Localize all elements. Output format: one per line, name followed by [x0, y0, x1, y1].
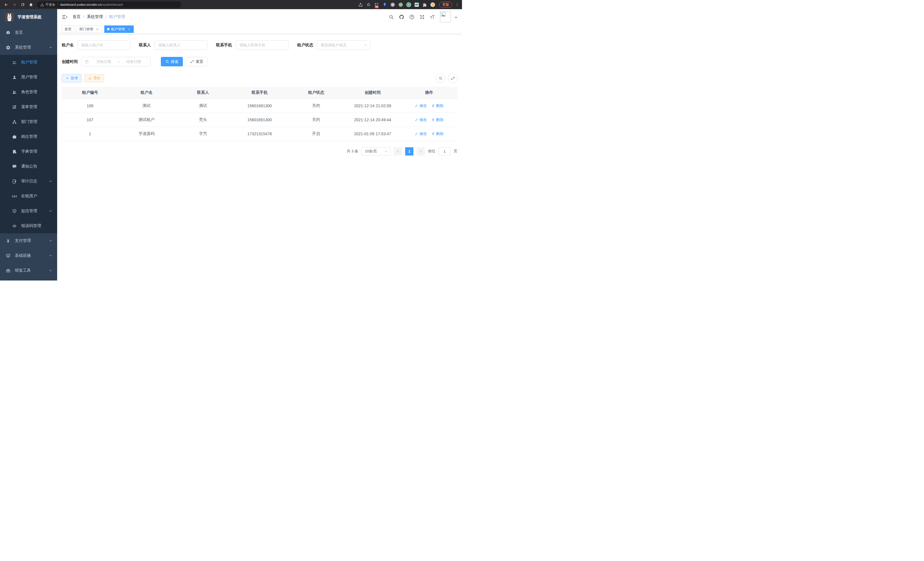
prev-page-button[interactable] — [394, 147, 402, 156]
contact-filter: 联系人 — [139, 40, 207, 50]
sidebar-item-user[interactable]: 用户管理 — [0, 70, 57, 85]
page-1-button[interactable]: 1 — [405, 147, 413, 156]
sidebar-item-tenant[interactable]: 租户管理 — [0, 55, 57, 70]
cell-id: 108 — [62, 99, 118, 113]
download-icon — [88, 76, 92, 80]
tab-label: 部门管理 — [80, 27, 93, 32]
status-label: 租户状态 — [297, 43, 313, 48]
help-icon[interactable] — [409, 14, 415, 20]
tenant-name-input[interactable] — [77, 40, 130, 50]
dashboard-icon — [6, 30, 10, 35]
browser-menu-kebab-icon[interactable] — [455, 2, 459, 7]
sidebar-item-infra[interactable]: 基础设施 — [0, 248, 57, 263]
chevron-down-icon — [364, 43, 368, 47]
delete-button[interactable]: 删除 — [431, 103, 443, 108]
cell-mobile: 17321315478 — [231, 127, 288, 141]
extension-emoji-icon[interactable] — [430, 2, 435, 7]
fullscreen-icon[interactable] — [419, 14, 425, 20]
sidebar-item-system[interactable]: 系统管理 — [0, 40, 57, 55]
page-suffix: 页 — [454, 149, 458, 154]
tab-tenant[interactable]: 租户管理 — [104, 26, 134, 33]
avatar-caret-down-icon[interactable] — [454, 17, 458, 20]
sidebar-item-home[interactable]: 首页 — [0, 25, 57, 40]
date-range-picker[interactable]: 开始日期 - 结束日期 — [81, 57, 151, 66]
close-icon[interactable] — [95, 27, 99, 31]
bookmark-star-icon[interactable] — [366, 2, 371, 7]
create-time-label: 创建时间 — [62, 59, 78, 64]
sidebar-item-error-code[interactable]: 错误码管理 — [0, 218, 57, 233]
browser-back-button[interactable] — [3, 2, 9, 8]
status-select[interactable]: 请选择租户状态 — [317, 40, 370, 50]
sidebar-item-role[interactable]: 角色管理 — [0, 85, 57, 99]
sidebar: 芋道管理系统 首页系统管理租户管理用户管理角色管理菜单管理部门管理岗位管理字典管… — [0, 9, 57, 281]
extension-command-icon[interactable]: ⌘ — [390, 2, 395, 7]
refresh-table-button[interactable] — [448, 74, 458, 83]
page-size-select[interactable]: 10条/页 — [362, 147, 391, 156]
tab-home[interactable]: 首页 — [62, 26, 74, 33]
breadcrumb: 首页/系统管理/租户管理 — [73, 14, 125, 20]
avatar[interactable] — [440, 11, 451, 22]
delete-button[interactable]: 删除 — [431, 131, 443, 136]
header-search-icon[interactable] — [388, 14, 394, 20]
refresh-icon — [190, 60, 194, 63]
cell-status: 开启 — [288, 127, 344, 141]
sidebar-item-online-user[interactable]: 在线用户 — [0, 189, 57, 204]
sidebar-toggle-hamburger-icon[interactable] — [62, 14, 68, 20]
close-icon[interactable] — [127, 27, 131, 31]
sidebar-item-notice[interactable]: 通知公告 — [0, 159, 57, 174]
browser-update-button[interactable]: 更新 — [439, 2, 452, 8]
reset-button[interactable]: 重置 — [186, 57, 208, 66]
breadcrumb-item-0[interactable]: 首页 — [73, 14, 81, 20]
reset-button-label: 重置 — [196, 59, 203, 64]
extension-chat-icon[interactable] — [414, 2, 419, 7]
sidebar-item-pay[interactable]: 支付管理 — [0, 233, 57, 248]
next-page-button[interactable] — [417, 147, 425, 156]
sidebar-item-dept[interactable]: 部门管理 — [0, 114, 57, 129]
mobile-input[interactable] — [236, 40, 289, 50]
extension-record-icon[interactable] — [398, 2, 403, 7]
tab-dept[interactable]: 部门管理 — [76, 26, 102, 33]
extension-gem-icon[interactable] — [382, 2, 387, 7]
edit-button[interactable]: 修改 — [415, 131, 427, 136]
pagination: 共 3 条 10条/页 1 前往 页 — [62, 147, 458, 156]
sidebar-item-label: 部门管理 — [21, 119, 37, 124]
delete-button[interactable]: 删除 — [431, 117, 443, 122]
goto-page-input[interactable] — [439, 147, 451, 156]
browser-reload-button[interactable] — [20, 2, 26, 8]
sidebar-item-dict[interactable]: 字典管理 — [0, 144, 57, 159]
sidebar-item-dev-tool[interactable]: 研发工具 — [0, 263, 57, 278]
edit-button[interactable]: 修改 — [415, 103, 427, 108]
browser-forward-button[interactable] — [11, 2, 17, 8]
main-area: 首页/系统管理/租户管理 首页部门管理租户管理 租户名 — [57, 9, 462, 281]
github-icon[interactable] — [399, 14, 404, 20]
table-row: 107测试租户秃头15601691300关闭2021-12-14 20:49:4… — [62, 113, 458, 127]
breadcrumb-item-1[interactable]: 系统管理 — [87, 14, 103, 20]
search-button[interactable]: 搜索 — [161, 57, 183, 66]
sidebar-item-label: 岗位管理 — [21, 134, 37, 139]
sidebar-item-sms[interactable]: 短信管理 — [0, 204, 57, 218]
table-tools — [436, 74, 458, 83]
share-icon[interactable] — [358, 2, 363, 7]
toggle-search-button[interactable] — [436, 74, 445, 83]
extension-tiles-icon[interactable]: 10 — [374, 2, 379, 7]
edit-button[interactable]: 修改 — [415, 117, 427, 122]
app-logo[interactable]: 芋道管理系统 — [0, 9, 57, 25]
add-button[interactable]: 新增 — [62, 74, 81, 82]
sidebar-item-audit-log[interactable]: 审计日志 — [0, 174, 57, 189]
sidebar-item-post[interactable]: 岗位管理 — [0, 129, 57, 144]
add-button-label: 新增 — [71, 76, 78, 81]
font-size-icon[interactable] — [430, 14, 435, 20]
status-filter: 租户状态 请选择租户状态 — [297, 40, 370, 50]
gear-icon — [6, 45, 10, 50]
tab-label: 首页 — [64, 27, 71, 32]
role-icon — [12, 90, 17, 95]
cell-actions: 修改删除 — [401, 99, 458, 113]
extension-puzzle-icon[interactable] — [422, 2, 427, 7]
extension-yuque-icon[interactable]: Y — [406, 2, 411, 7]
browser-home-button[interactable] — [28, 2, 34, 8]
export-button[interactable]: 导出 — [84, 74, 104, 82]
screen: 不安全 dashboard.yudao.iocoder.cn/system/te… — [0, 0, 462, 281]
sidebar-item-menu[interactable]: 菜单管理 — [0, 99, 57, 114]
address-bar[interactable]: 不安全 dashboard.yudao.iocoder.cn/system/te… — [37, 2, 181, 8]
contact-input[interactable] — [154, 40, 207, 50]
